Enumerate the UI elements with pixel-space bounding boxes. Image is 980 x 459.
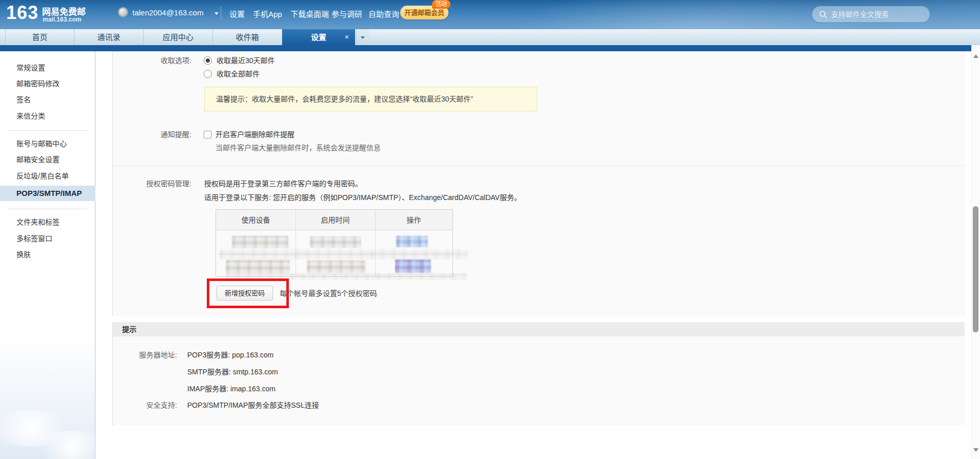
table-column-divider: [296, 210, 296, 277]
server-address-label: 服务器地址:: [112, 350, 177, 360]
sidebar-item-mail-sorting[interactable]: 来信分类: [0, 110, 95, 122]
vip-activity-badge: 活动: [432, 0, 450, 9]
col-header-device: 使用设备: [216, 210, 296, 230]
mail-search-box[interactable]: [812, 6, 930, 22]
scrollbar-down-arrow[interactable]: [973, 448, 978, 452]
logo-163[interactable]: 163: [6, 2, 38, 24]
search-icon: [819, 10, 827, 18]
delete-notify-desc: 当邮件客户端大量删除邮件时，系统会发送提醒信息: [215, 143, 381, 153]
menu-survey[interactable]: 参与调研: [331, 8, 362, 19]
sidebar-item-account-center[interactable]: 账号与邮箱中心: [0, 138, 95, 149]
table-column-divider: [375, 210, 376, 277]
redaction-bleed: [226, 273, 467, 280]
account-chevron-down-icon[interactable]: [214, 12, 219, 15]
redacted-action-row2: [395, 260, 431, 273]
tab-close-icon[interactable]: ×: [345, 29, 349, 45]
scrollbar-up-arrow[interactable]: [973, 54, 978, 58]
auth-password-label: 授权密码管理:: [112, 178, 191, 189]
radio-recent-30-days-label[interactable]: 收取最近30天邮件: [217, 55, 275, 66]
scrollbar-thumb[interactable]: [973, 206, 978, 332]
tab-inbox[interactable]: 收件箱: [213, 29, 282, 45]
sidebar-item-skin[interactable]: 换肤: [0, 249, 95, 260]
col-header-actions: 操作: [375, 210, 453, 230]
avatar-coin-icon: [118, 7, 128, 17]
redacted-device-row2: [226, 260, 290, 273]
add-auth-password-button[interactable]: 新增授权密码: [217, 286, 273, 301]
security-support-label: 安全支持:: [112, 400, 177, 410]
sidebar-item-password-change[interactable]: 邮箱密码修改: [0, 78, 95, 89]
delete-notify-checkbox-label[interactable]: 开启客户端删除邮件提醒: [215, 129, 295, 139]
delete-notify-checkbox[interactable]: [204, 131, 211, 138]
imap-server-value: IMAP服务器: imap.163.com: [187, 384, 276, 394]
sidebar-item-security[interactable]: 邮箱安全设置: [0, 154, 95, 165]
radio-all-mail[interactable]: [204, 70, 212, 78]
account-email[interactable]: talen2004@163.com: [132, 8, 204, 17]
smtp-server-value: SMTP服务器: smtp.163.com: [187, 367, 278, 377]
tab-home[interactable]: 首页: [5, 29, 74, 45]
sidebar-divider: [8, 130, 87, 131]
sidebar-divider: [8, 209, 87, 209]
mail-163-settings-page: 163 网易免费邮 mail.163.com talen2004@163.com…: [0, 0, 980, 459]
sidebar-item-antispam[interactable]: 反垃圾/黑白名单: [0, 170, 95, 182]
menu-desktop-download[interactable]: 下载桌面端: [290, 8, 329, 19]
fetch-options-label: 收取选项:: [112, 55, 191, 66]
notify-label: 通知提醒:: [112, 129, 191, 139]
chevron-down-icon: [361, 36, 365, 39]
sidebar-item-folders-labels[interactable]: 文件夹和标签: [0, 216, 95, 228]
security-support-value: POP3/SMTP/IMAP服务全部支持SSL连接: [187, 400, 319, 410]
cloud-decoration: [31, 431, 113, 459]
tab-contacts[interactable]: 通讯录: [74, 29, 144, 45]
radio-all-mail-label[interactable]: 收取全部邮件: [217, 69, 260, 79]
warm-tip-box: 温馨提示：收取大量邮件，会耗费您更多的流量，建议您选择“收取最近30天邮件”: [204, 87, 537, 111]
section-divider: [112, 166, 965, 166]
sidebar-item-general[interactable]: 常规设置: [0, 62, 95, 73]
tab-settings-active[interactable]: 设置 ×: [282, 29, 355, 45]
tab-settings-label: 设置: [311, 33, 326, 42]
header-divider: [221, 7, 221, 19]
tab-underline-bar: [0, 45, 980, 51]
auth-password-line1: 授权码是用于登录第三方邮件客户端的专用密码。: [204, 178, 362, 189]
redacted-device-row1: [232, 236, 288, 248]
radio-recent-30-days[interactable]: [204, 56, 212, 65]
pop3-server-value: POP3服务器: pop.163.com: [187, 350, 273, 360]
sidebar-item-signature[interactable]: 签名: [0, 94, 95, 105]
menu-settings[interactable]: 设置: [229, 8, 245, 19]
tab-list-dropdown-button[interactable]: [356, 29, 369, 45]
logo-domain: mail.163.com: [43, 16, 81, 23]
menu-self-service[interactable]: 自助查询: [368, 8, 399, 19]
search-input[interactable]: [830, 10, 925, 19]
redaction-bleed: [220, 249, 468, 260]
redacted-time-row1: [310, 236, 361, 248]
auth-password-limit-note: 每个帐号最多设置5个授权密码: [280, 288, 377, 298]
sidebar-item-pop3-smtp-imap[interactable]: POP3/SMTP/IMAP: [0, 186, 95, 201]
col-header-enable-time: 启用时间: [296, 210, 375, 230]
redacted-time-row2: [307, 261, 366, 273]
top-header: 163 网易免费邮 mail.163.com talen2004@163.com…: [0, 0, 980, 29]
tips-title-bar: 提示: [113, 322, 964, 336]
sidebar-item-multitab[interactable]: 多标签窗口: [0, 233, 95, 244]
tab-app-center[interactable]: 应用中心: [144, 29, 213, 45]
auth-password-line2: 适用于登录以下服务: 您开启的服务（例如POP3/IMAP/SMTP）、Exch…: [204, 192, 521, 203]
redacted-action-row1: [396, 236, 428, 247]
menu-mobile-app[interactable]: 手机App: [253, 8, 282, 19]
